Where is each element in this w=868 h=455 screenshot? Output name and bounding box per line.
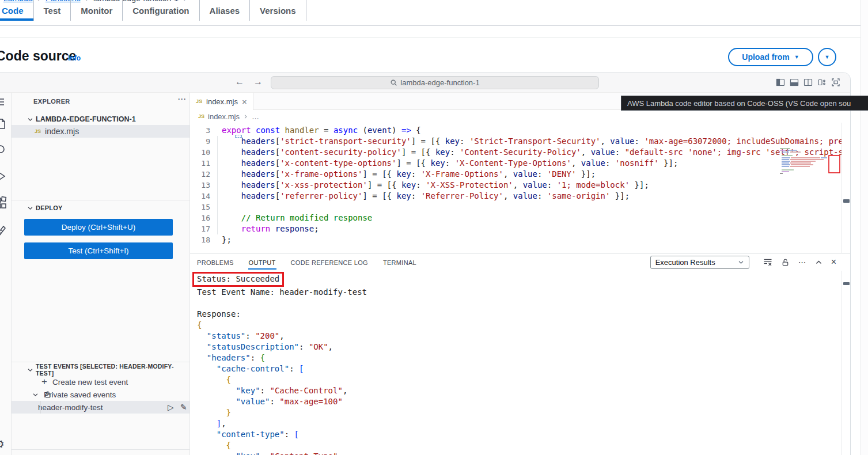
editor-titlebar: ← → lambda-edge-function-1: [0, 73, 850, 93]
code-line-18: 18};: [190, 234, 851, 245]
panel-tab-problems[interactable]: PROBLEMS: [196, 255, 234, 270]
create-test-event-row[interactable]: + Create new test event: [12, 376, 189, 388]
breadcrumb-more: …: [252, 112, 259, 121]
explorer-sidebar: EXPLORER ⋯ LAMBDA-EDGE-FUNCTION-1 JS ind…: [12, 93, 190, 455]
chevron-down-icon: [27, 205, 33, 211]
output-line: [197, 298, 840, 309]
tree-indent-guide: [40, 401, 41, 414]
unlock-icon[interactable]: [781, 258, 790, 267]
maximize-panel-icon[interactable]: [815, 259, 822, 266]
output-line: Test Event Name: header-modify-test: [197, 287, 840, 298]
run-debug-icon[interactable]: [0, 169, 7, 183]
scrollbar-handle[interactable]: [843, 282, 850, 285]
settings-gear-icon[interactable]: ⚙: [0, 437, 5, 451]
panel-tab-output[interactable]: OUTPUT: [248, 255, 276, 270]
tab-versions[interactable]: Versions: [250, 0, 306, 21]
js-file-icon: JS: [35, 128, 41, 134]
toggle-panel-icon[interactable]: [790, 78, 799, 87]
output-line: Response:: [197, 309, 840, 320]
output-line: "cache-control": [: [197, 363, 840, 374]
tab-monitor[interactable]: Monitor: [71, 0, 123, 21]
execution-results-select[interactable]: Execution Results: [650, 256, 749, 269]
run-test-event-icon[interactable]: ▷: [168, 403, 174, 412]
command-search-input[interactable]: lambda-edge-function-1: [271, 76, 599, 89]
folder-row[interactable]: LAMBDA-EDGE-FUNCTION-1: [12, 113, 189, 126]
status-highlight-box: Status: Succeeded: [192, 272, 284, 287]
editor-breadcrumb[interactable]: JS index.mjs …: [190, 110, 851, 123]
line-number: 9: [190, 136, 213, 147]
close-panel-icon[interactable]: ×: [831, 257, 836, 267]
extensions-icon[interactable]: [0, 196, 7, 211]
output-line: "status": "200",: [197, 331, 840, 342]
split-editor-icon[interactable]: [803, 78, 813, 87]
editor-main: JS index.mjs × JS index.mjs …: [190, 93, 851, 455]
indent-guide: [217, 136, 218, 234]
search-icon: [390, 79, 397, 86]
back-icon[interactable]: ←: [235, 77, 244, 87]
tab-test[interactable]: Test: [34, 0, 71, 21]
upload-from-button[interactable]: Upload from ▼: [728, 48, 813, 66]
clear-output-icon[interactable]: [763, 257, 772, 267]
test-event-row[interactable]: header-modify-test ▷ ✎: [12, 401, 189, 414]
panel-tab-bar: PROBLEMSOUTPUTCODE REFERENCE LOGTERMINAL…: [190, 253, 851, 271]
output-line: ],: [197, 418, 840, 429]
menu-icon[interactable]: [0, 96, 6, 108]
private-saved-events-row[interactable]: Private saved events: [12, 388, 189, 401]
editor-tooltip: AWS Lambda code editor based on Code-OSS…: [621, 96, 868, 111]
folded-region-badge[interactable]: [235, 135, 242, 138]
caret-down-icon: ▼: [825, 55, 830, 60]
output-line: "value": "max-age=100": [197, 396, 840, 407]
output-line: {: [197, 374, 840, 385]
chevron-down-icon: [738, 259, 744, 266]
line-number: 3: [190, 125, 213, 136]
chevron-right-icon: [243, 114, 248, 119]
edit-test-event-icon[interactable]: ✎: [180, 403, 187, 412]
file-row-index-mjs[interactable]: JS index.mjs: [12, 125, 189, 138]
code-line-10: 10 headers['content-security-policy'] = …: [190, 147, 851, 158]
info-link[interactable]: Info: [68, 54, 81, 62]
output-scrollbar[interactable]: [842, 271, 851, 455]
minimap[interactable]: [778, 147, 842, 185]
caret-down-icon: ▼: [794, 55, 799, 60]
output-console[interactable]: Status: SucceededTest Event Name: header…: [190, 271, 851, 455]
editor-body: ⚙ EXPLORER ⋯ LAMBDA-EDGE-FUNCTION-1 JS i…: [0, 93, 850, 455]
search-icon[interactable]: [0, 143, 7, 157]
files-icon[interactable]: [0, 117, 7, 131]
environment-variables-section-header[interactable]: ENVIRONMENT VARIABLES: [12, 452, 189, 455]
plus-icon: +: [41, 376, 47, 388]
customize-layout-icon[interactable]: [817, 78, 827, 87]
fullscreen-icon[interactable]: [831, 78, 840, 87]
page-scrollbar[interactable]: [861, 0, 868, 455]
scrollbar-handle[interactable]: [843, 199, 850, 203]
tab-code[interactable]: Code: [0, 0, 34, 21]
test-events-section-header[interactable]: TEST EVENTS [SELECTED: HEADER-MODIFY-TES…: [12, 363, 189, 376]
output-line: "key": "Cache-Control",: [197, 385, 840, 396]
actions-menu-button[interactable]: ▼: [818, 48, 836, 66]
line-number: 10: [190, 147, 213, 158]
panel-tab-terminal[interactable]: TERMINAL: [382, 255, 417, 270]
line-number: 14: [190, 191, 213, 202]
tools-icon[interactable]: [0, 224, 7, 238]
code-line-14: 14 headers['referrer-policy'] = [{ key: …: [190, 191, 851, 202]
code-editor-area[interactable]: 3export const handler = async (event) =>…: [190, 123, 851, 253]
function-tabs: CodeTestMonitorConfigurationAliasesVersi…: [0, 0, 306, 21]
tab-index-mjs[interactable]: JS index.mjs ×: [190, 93, 253, 110]
editor-scrollbar[interactable]: [842, 123, 851, 253]
js-file-icon: JS: [196, 98, 202, 104]
tabs-divider: [0, 25, 868, 26]
tab-configuration[interactable]: Configuration: [123, 0, 199, 21]
output-line: {: [197, 440, 840, 451]
deploy-button[interactable]: Deploy (Ctrl+Shift+U): [24, 219, 173, 236]
deploy-section-header[interactable]: DEPLOY: [12, 202, 189, 214]
close-icon[interactable]: ×: [242, 97, 247, 107]
code-line-12: 12 headers['x-frame-options'] = [{ key: …: [190, 169, 851, 180]
output-line: "key": "Content-Type",: [197, 451, 840, 455]
forward-icon[interactable]: →: [253, 77, 263, 87]
more-actions-icon[interactable]: ⋯: [798, 258, 806, 266]
output-line: "headers": {: [197, 352, 840, 363]
explorer-more-icon[interactable]: ⋯: [177, 94, 186, 104]
test-button[interactable]: Test (Ctrl+Shift+I): [24, 242, 173, 259]
toggle-sidebar-icon[interactable]: [776, 78, 785, 87]
panel-tab-code-reference-log[interactable]: CODE REFERENCE LOG: [290, 255, 369, 270]
tab-aliases[interactable]: Aliases: [200, 0, 251, 21]
